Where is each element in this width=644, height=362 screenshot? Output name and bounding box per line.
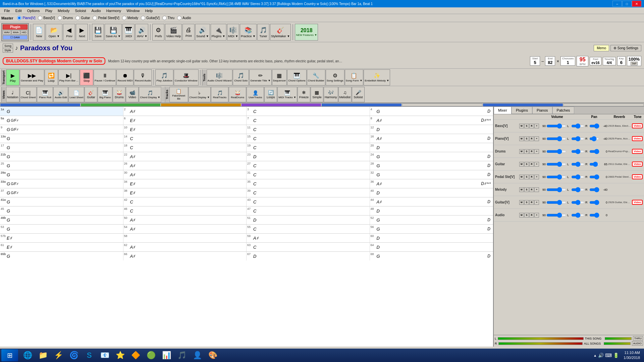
video-button[interactable]: Video [632,200,643,205]
track-ctrl-btn-m[interactable]: M [519,149,524,154]
pan-slider[interactable] [571,175,585,179]
reverb-slider[interactable] [589,124,599,128]
song-tab[interactable]: Song [3,44,13,48]
chord-options-btn[interactable]: 🎹 Chord Options [287,69,307,85]
new-features-btn[interactable]: 2018 NEW Features ▼ [295,24,318,41]
sequencer-btn[interactable]: ▦ Sequencer [272,69,287,85]
real-tracks-btn[interactable]: 🎵 RealTracks [211,87,228,102]
chord-cell[interactable]: 5aGG/F♯ [0,116,123,125]
video-btn[interactable]: 📹 Video [126,87,139,102]
taskbar-app-user[interactable]: 👤 [190,349,205,361]
taskbar-app-star[interactable]: ⭐ [113,349,127,361]
play-btn[interactable]: ▶ Play [6,69,19,85]
track-ctrl-btn-s[interactable]: S [524,162,529,167]
audio-btn[interactable]: AUDIO [632,341,643,346]
track-ctrl-btn-s[interactable]: S [524,213,529,218]
midi-btn[interactable]: 🎹 .MIDI [122,24,135,41]
fakesheet-btn[interactable]: 📋 FakeSheet Bb [169,87,188,102]
track-ctrl-btn-s[interactable]: S [524,175,529,179]
taskbar-app-orange[interactable]: 🔶 [128,349,143,361]
track-ctrl-btn-+[interactable]: + [534,136,539,141]
maximize-btn[interactable]: □ [622,1,632,7]
chord-cell[interactable]: 6E♯ [123,116,247,125]
taskbar-app-art[interactable]: 🎨 [205,349,220,361]
thru-btn[interactable]: THRU [633,336,643,341]
track-ctrl-btn-+[interactable]: + [534,124,539,128]
sys-tray-arrow[interactable]: ▲ [593,354,597,357]
play-jukebox-btn[interactable]: 🎵 Play Jukebox [155,69,173,85]
chord-cell[interactable]: 7C [247,116,370,125]
track-bass-label[interactable]: Bass[V] [38,16,55,20]
chord-cell[interactable]: 19C [247,143,370,152]
embellish-btn[interactable]: ✨ Embellish Melody ▼ [364,69,390,85]
chord-cell[interactable]: 51D [247,216,370,224]
track-piano-label[interactable]: Piano[V] [17,16,35,20]
taskbar-app-skype[interactable]: S [82,349,97,361]
daw-btn[interactable]: ☐ DAW [3,35,28,40]
chord-cell[interactable]: 17G [0,143,123,152]
track-ctrl-btn-+[interactable]: + [534,187,539,192]
chord-cell[interactable]: 59A♯ [247,234,370,242]
chord-cell[interactable]: 62A♯ [123,243,247,251]
chord-cell[interactable]: 20D [370,143,493,152]
gen-play-btn[interactable]: ▶▶ Generate and Play [20,69,44,85]
taskbar-app-green[interactable]: 🟢 [144,349,158,361]
drums-btn[interactable]: 🥁 Drums [113,87,125,102]
reverb-slider[interactable] [589,213,599,218]
taskbar-app-ie[interactable]: 🌐 [20,349,35,361]
chord-cell[interactable]: 35C [247,179,370,188]
track-ctrl-btn-m[interactable]: M [519,213,524,218]
track-ctrl-btn-s[interactable]: S [524,136,529,141]
video-button[interactable]: Video [632,123,643,128]
track-thru-label[interactable]: Thru [162,16,175,20]
chord-cell[interactable]: 64D [370,243,493,251]
chord-cell[interactable]: 38E♯ [123,188,247,197]
track-ctrl-btn-+[interactable]: + [534,175,539,179]
tab-plugins[interactable]: Plugins [512,107,532,114]
minimize-btn[interactable]: – [612,1,622,7]
real-drums-btn[interactable]: 🥁 RealDrums [229,87,246,102]
track-ctrl-btn-m[interactable]: M [519,187,524,192]
chord-cell[interactable]: 40D [370,188,493,197]
guitar-btn[interactable]: 🎸 Guitar [85,87,97,102]
chord-cell[interactable]: 4GD [370,107,493,116]
plugins-btn[interactable]: 🔌 Plugins ▼ [211,24,226,41]
chord-cell[interactable]: 67D [247,252,370,260]
chord-cell[interactable]: 2A♯ [123,107,247,116]
chord-cell[interactable]: 55C [247,225,370,233]
chord-cell[interactable]: 1aG [0,107,123,116]
reverb-slider[interactable] [589,136,599,141]
chord-cell[interactable]: 39C [247,188,370,197]
chord-cell[interactable]: 37GG/F♯ [0,188,123,197]
track-ctrl-btn-r[interactable]: R [529,136,534,141]
freeze-btn[interactable]: ❄ Freeze [298,87,310,102]
chord-sheet[interactable]: 1aG2A♯3C4GD5aGG/F♯6E♯7C8A♯D♯ˢᵘˢ9GG/F♯10E… [0,107,493,347]
chord-cell[interactable]: 16A♯D [370,134,493,143]
tab-pianos[interactable]: Pianos [532,107,552,114]
pan-slider[interactable] [571,124,585,128]
chord-cell[interactable]: 10E♯ [123,125,247,134]
chord-cell[interactable]: 49bG [0,216,123,224]
play-from-btn[interactable]: ▶| Play from Bar ... [58,69,79,85]
chord-cell[interactable]: 27C [247,161,370,170]
chord-cell[interactable]: 24GD [370,152,493,161]
generate-title-btn[interactable]: ✏ Generate Title ▼ [249,69,271,85]
chord-cell[interactable]: 8A♯D♯ˢᵘˢ [370,116,493,125]
reverb-slider[interactable] [589,200,599,205]
chord-cell[interactable]: 48D [370,206,493,215]
lead-sheet-btn[interactable]: 📄 Lead Sheet [68,87,84,102]
chord-cell[interactable]: 50A♯ [123,216,247,224]
track-ctrl-btn-r[interactable]: R [529,187,534,192]
chord-cell[interactable]: 60D [370,234,493,242]
start-btn[interactable]: ⊞ [1,349,18,361]
volume-slider[interactable] [546,124,567,128]
stop-btn[interactable]: ⬛ Stop [80,69,93,85]
track-guitarv-label[interactable]: Guitar[V] [141,16,159,20]
chord-cell[interactable]: 45G [0,206,123,215]
chord-cell[interactable]: 58 [123,234,247,242]
track-ctrl-btn-+[interactable]: + [534,213,539,218]
menu-edit[interactable]: Edit [13,8,24,13]
track-ctrl-btn-m[interactable]: M [519,162,524,167]
video-button[interactable]: Video [632,149,643,154]
track-ctrl-btn-m[interactable]: M [519,200,524,205]
